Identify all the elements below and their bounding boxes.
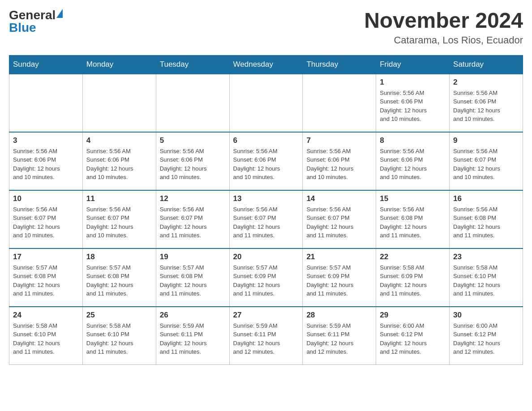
day-number: 6 <box>233 136 299 145</box>
calendar-day-cell: 26Sunrise: 5:59 AMSunset: 6:11 PMDayligh… <box>156 307 229 365</box>
calendar-day-cell: 19Sunrise: 5:57 AMSunset: 6:08 PMDayligh… <box>156 248 229 307</box>
day-number: 7 <box>306 136 372 145</box>
calendar-day-cell: 20Sunrise: 5:57 AMSunset: 6:09 PMDayligh… <box>229 248 303 307</box>
calendar-day-cell: 3Sunrise: 5:56 AMSunset: 6:06 PMDaylight… <box>9 132 83 190</box>
day-number: 28 <box>306 311 372 320</box>
day-number: 4 <box>86 136 152 145</box>
day-info: Sunrise: 5:59 AMSunset: 6:11 PMDaylight:… <box>160 321 226 356</box>
day-info: Sunrise: 5:56 AMSunset: 6:07 PMDaylight:… <box>233 205 299 240</box>
logo-general-text: General <box>9 9 56 21</box>
day-info: Sunrise: 5:56 AMSunset: 6:06 PMDaylight:… <box>160 147 226 182</box>
day-number: 21 <box>306 253 372 261</box>
calendar-day-cell: 23Sunrise: 5:58 AMSunset: 6:10 PMDayligh… <box>450 248 523 307</box>
calendar-week-row: 17Sunrise: 5:57 AMSunset: 6:08 PMDayligh… <box>9 248 523 307</box>
calendar-day-cell: 8Sunrise: 5:56 AMSunset: 6:06 PMDaylight… <box>376 132 450 190</box>
calendar-day-cell: 1Sunrise: 5:56 AMSunset: 6:06 PMDaylight… <box>376 74 450 132</box>
calendar-week-row: 1Sunrise: 5:56 AMSunset: 6:06 PMDaylight… <box>9 74 523 132</box>
day-info: Sunrise: 5:57 AMSunset: 6:09 PMDaylight:… <box>306 263 372 298</box>
calendar-day-cell: 22Sunrise: 5:58 AMSunset: 6:09 PMDayligh… <box>376 248 450 307</box>
logo-blue-text: Blue <box>9 21 36 34</box>
calendar-header-monday: Monday <box>82 55 156 74</box>
day-number: 1 <box>380 78 446 87</box>
calendar-header-row: SundayMondayTuesdayWednesdayThursdayFrid… <box>9 55 523 74</box>
day-info: Sunrise: 5:59 AMSunset: 6:11 PMDaylight:… <box>233 321 299 356</box>
calendar-day-cell <box>82 74 156 132</box>
calendar-day-cell: 21Sunrise: 5:57 AMSunset: 6:09 PMDayligh… <box>303 248 376 307</box>
day-number: 11 <box>86 194 152 203</box>
day-info: Sunrise: 5:56 AMSunset: 6:06 PMDaylight:… <box>380 89 446 124</box>
day-number: 5 <box>160 136 226 145</box>
day-number: 16 <box>453 194 519 203</box>
day-info: Sunrise: 5:56 AMSunset: 6:08 PMDaylight:… <box>453 205 519 240</box>
day-number: 26 <box>160 311 226 320</box>
calendar-header-saturday: Saturday <box>450 55 523 74</box>
day-info: Sunrise: 5:56 AMSunset: 6:06 PMDaylight:… <box>13 147 79 182</box>
day-info: Sunrise: 5:58 AMSunset: 6:10 PMDaylight:… <box>453 263 519 298</box>
day-info: Sunrise: 5:56 AMSunset: 6:06 PMDaylight:… <box>380 147 446 182</box>
calendar-day-cell: 29Sunrise: 6:00 AMSunset: 6:12 PMDayligh… <box>376 307 450 365</box>
calendar-day-cell: 24Sunrise: 5:58 AMSunset: 6:10 PMDayligh… <box>9 307 83 365</box>
day-info: Sunrise: 5:59 AMSunset: 6:11 PMDaylight:… <box>306 321 372 356</box>
day-info: Sunrise: 5:56 AMSunset: 6:07 PMDaylight:… <box>86 205 152 240</box>
calendar-day-cell: 25Sunrise: 5:58 AMSunset: 6:10 PMDayligh… <box>82 307 156 365</box>
day-number: 22 <box>380 253 446 261</box>
day-info: Sunrise: 5:56 AMSunset: 6:07 PMDaylight:… <box>453 147 519 182</box>
calendar-day-cell: 27Sunrise: 5:59 AMSunset: 6:11 PMDayligh… <box>229 307 303 365</box>
day-info: Sunrise: 5:56 AMSunset: 6:07 PMDaylight:… <box>160 205 226 240</box>
day-number: 29 <box>380 311 446 320</box>
title-section: November 2024 Catarama, Los Rios, Ecuado… <box>364 9 523 46</box>
calendar-table: SundayMondayTuesdayWednesdayThursdayFrid… <box>9 55 523 365</box>
calendar-day-cell: 11Sunrise: 5:56 AMSunset: 6:07 PMDayligh… <box>82 190 156 248</box>
calendar-day-cell <box>9 74 83 132</box>
day-number: 20 <box>233 253 299 261</box>
day-info: Sunrise: 5:58 AMSunset: 6:10 PMDaylight:… <box>13 321 79 356</box>
calendar-day-cell: 16Sunrise: 5:56 AMSunset: 6:08 PMDayligh… <box>450 190 523 248</box>
day-number: 30 <box>453 311 519 320</box>
day-number: 10 <box>13 194 79 203</box>
day-number: 25 <box>86 311 152 320</box>
calendar-day-cell: 6Sunrise: 5:56 AMSunset: 6:06 PMDaylight… <box>229 132 303 190</box>
calendar-header-wednesday: Wednesday <box>229 55 303 74</box>
calendar-header-thursday: Thursday <box>303 55 376 74</box>
calendar-day-cell: 15Sunrise: 5:56 AMSunset: 6:08 PMDayligh… <box>376 190 450 248</box>
day-info: Sunrise: 5:57 AMSunset: 6:08 PMDaylight:… <box>160 263 226 298</box>
day-info: Sunrise: 5:56 AMSunset: 6:06 PMDaylight:… <box>306 147 372 182</box>
calendar-day-cell <box>156 74 229 132</box>
day-info: Sunrise: 5:56 AMSunset: 6:07 PMDaylight:… <box>306 205 372 240</box>
calendar-header-tuesday: Tuesday <box>156 55 229 74</box>
calendar-week-row: 24Sunrise: 5:58 AMSunset: 6:10 PMDayligh… <box>9 307 523 365</box>
day-info: Sunrise: 5:56 AMSunset: 6:08 PMDaylight:… <box>380 205 446 240</box>
day-info: Sunrise: 5:56 AMSunset: 6:06 PMDaylight:… <box>233 147 299 182</box>
calendar-day-cell: 7Sunrise: 5:56 AMSunset: 6:06 PMDaylight… <box>303 132 376 190</box>
calendar-day-cell: 4Sunrise: 5:56 AMSunset: 6:06 PMDaylight… <box>82 132 156 190</box>
day-number: 13 <box>233 194 299 203</box>
day-info: Sunrise: 5:57 AMSunset: 6:08 PMDaylight:… <box>86 263 152 298</box>
day-info: Sunrise: 5:56 AMSunset: 6:06 PMDaylight:… <box>453 89 519 124</box>
day-info: Sunrise: 6:00 AMSunset: 6:12 PMDaylight:… <box>380 321 446 356</box>
day-info: Sunrise: 6:00 AMSunset: 6:12 PMDaylight:… <box>453 321 519 356</box>
calendar-day-cell: 14Sunrise: 5:56 AMSunset: 6:07 PMDayligh… <box>303 190 376 248</box>
page-header: General Blue November 2024 Catarama, Los… <box>9 9 523 46</box>
day-info: Sunrise: 5:56 AMSunset: 6:07 PMDaylight:… <box>13 205 79 240</box>
calendar-day-cell: 28Sunrise: 5:59 AMSunset: 6:11 PMDayligh… <box>303 307 376 365</box>
day-info: Sunrise: 5:57 AMSunset: 6:09 PMDaylight:… <box>233 263 299 298</box>
day-number: 12 <box>160 194 226 203</box>
day-number: 18 <box>86 253 152 261</box>
calendar-day-cell <box>229 74 303 132</box>
logo-triangle-icon <box>56 9 63 18</box>
day-number: 15 <box>380 194 446 203</box>
day-info: Sunrise: 5:57 AMSunset: 6:08 PMDaylight:… <box>13 263 79 298</box>
day-number: 23 <box>453 253 519 261</box>
calendar-week-row: 10Sunrise: 5:56 AMSunset: 6:07 PMDayligh… <box>9 190 523 248</box>
location-text: Catarama, Los Rios, Ecuador <box>364 34 523 46</box>
day-info: Sunrise: 5:58 AMSunset: 6:10 PMDaylight:… <box>86 321 152 356</box>
day-info: Sunrise: 5:56 AMSunset: 6:06 PMDaylight:… <box>86 147 152 182</box>
calendar-day-cell: 9Sunrise: 5:56 AMSunset: 6:07 PMDaylight… <box>450 132 523 190</box>
month-title: November 2024 <box>364 9 523 33</box>
calendar-day-cell: 12Sunrise: 5:56 AMSunset: 6:07 PMDayligh… <box>156 190 229 248</box>
calendar-day-cell: 5Sunrise: 5:56 AMSunset: 6:06 PMDaylight… <box>156 132 229 190</box>
day-number: 8 <box>380 136 446 145</box>
calendar-day-cell: 10Sunrise: 5:56 AMSunset: 6:07 PMDayligh… <box>9 190 83 248</box>
day-number: 19 <box>160 253 226 261</box>
calendar-day-cell: 18Sunrise: 5:57 AMSunset: 6:08 PMDayligh… <box>82 248 156 307</box>
